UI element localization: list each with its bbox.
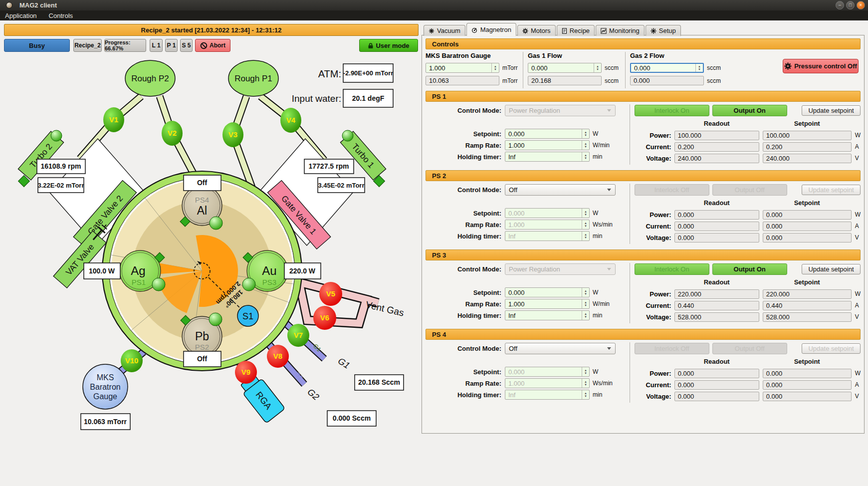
tab-vacuum[interactable]: Vacuum <box>424 25 465 36</box>
spinner-arrows-icon[interactable]: ▲▼ <box>582 220 589 229</box>
ramp-rate-input[interactable]: 1.000▲▼ <box>505 140 590 150</box>
voltage-readout: 0.000 <box>674 392 759 401</box>
control-mode-select[interactable]: Off <box>505 184 616 196</box>
power-setpoint: 0.000 <box>763 210 852 220</box>
recipe-icon <box>562 28 567 34</box>
holding-timer-unit: min <box>593 391 602 398</box>
spinner-arrows-icon[interactable]: ▲▼ <box>582 129 589 138</box>
gas2-setpoint-input[interactable]: 0.000▲▼ <box>630 63 704 73</box>
tab-monitoring-label: Monitoring <box>609 27 640 34</box>
abort-button[interactable]: Abort <box>195 39 230 52</box>
spinner-arrows-icon[interactable]: ▲▼ <box>582 299 589 308</box>
setpoint-input[interactable]: 0.000▲▼ <box>505 367 590 377</box>
holding-timer-input[interactable]: Inf▲▼ <box>505 310 590 320</box>
gas2-setpoint-value: 0.000 <box>631 64 695 72</box>
recipe-button[interactable]: Recipe_2 <box>73 39 102 52</box>
baratron-setpoint-input[interactable]: 1.000▲▼ <box>426 63 499 73</box>
spinner-arrows-icon[interactable]: ▲▼ <box>582 209 589 218</box>
tab-setup[interactable]: Setup <box>646 25 681 36</box>
gas1-setpoint-input[interactable]: 0.000▲▼ <box>528 63 602 73</box>
spinner-arrows-icon[interactable]: ▲▼ <box>594 63 601 72</box>
spinner-arrows-icon[interactable]: ▲▼ <box>582 379 589 388</box>
spinner-arrows-icon[interactable]: ▲▼ <box>582 141 589 150</box>
material-bottom-element: Pb <box>195 330 209 343</box>
gauges-row: MKS Baratron Gauge 1.000▲▼ mTorr 10.063 … <box>426 52 861 88</box>
output-button[interactable]: Output Off <box>712 343 787 354</box>
interlock-button[interactable]: Interlock Off <box>635 184 709 196</box>
spinner-arrows-icon[interactable]: ▲▼ <box>582 390 589 399</box>
power-setpoint: 100.000 <box>763 131 852 140</box>
menu-controls[interactable]: Controls <box>49 12 73 19</box>
update-setpoint-button[interactable]: Update setpoint <box>802 264 861 274</box>
ramp-rate-input[interactable]: 1.000▲▼ <box>505 378 590 388</box>
material-left-ag[interactable]: Ag PS1 <box>120 250 165 291</box>
menu-application[interactable]: Application <box>5 12 37 19</box>
control-mode-select[interactable]: Power Regulation <box>505 105 616 116</box>
baratron-gauge[interactable]: MKS Baratron Gauge <box>83 364 128 409</box>
control-mode-select[interactable]: Power Regulation <box>505 263 616 275</box>
setpoint-input[interactable]: 0.000▲▼ <box>505 208 590 218</box>
spinner-arrows-icon[interactable]: ▲▼ <box>582 367 589 376</box>
output-button[interactable]: Output On <box>712 105 787 116</box>
spinner-arrows-icon[interactable]: ▲▼ <box>582 232 589 241</box>
setpoint-input[interactable]: 0.000▲▼ <box>505 287 590 297</box>
current-setpoint: 0.200 <box>763 142 852 152</box>
holding-timer-input[interactable]: Inf▲▼ <box>505 390 590 400</box>
ramp-rate-label: Ramp Rate: <box>426 221 505 229</box>
current-unit: A <box>855 381 859 388</box>
ramp-rate-value: 1.000 <box>505 300 582 308</box>
update-setpoint-button[interactable]: Update setpoint <box>802 185 861 195</box>
tab-magnetron-label: Magnetron <box>480 26 511 33</box>
output-button[interactable]: Output Off <box>712 184 787 196</box>
l1-indicator[interactable]: L 1 <box>150 39 163 52</box>
holding-timer-unit: min <box>593 233 602 240</box>
control-mode-value: Power Regulation <box>505 107 607 114</box>
interlock-button[interactable]: Interlock On <box>635 105 709 116</box>
holding-timer-input[interactable]: Inf▲▼ <box>505 152 590 162</box>
interlock-button[interactable]: Interlock Off <box>635 343 709 354</box>
spinner-arrows-icon[interactable]: ▲▼ <box>491 63 499 72</box>
voltage-setpoint: 0.000 <box>763 233 852 243</box>
user-mode-button[interactable]: User mode <box>359 39 418 52</box>
maximize-button[interactable]: □ <box>846 1 855 9</box>
material-bottom-pb[interactable]: Pb PS2 <box>181 313 222 356</box>
material-top-status: Off <box>197 179 208 187</box>
turbo1-rpm: 17727.5 rpm <box>309 162 349 170</box>
gauge-label: MKS Baratron Gauge <box>426 52 518 59</box>
tab-motors[interactable]: Motors <box>517 25 556 36</box>
close-button[interactable]: × <box>857 1 865 9</box>
input-water-label: Input water: <box>292 93 341 104</box>
update-setpoint-button[interactable]: Update setpoint <box>802 343 861 354</box>
minimize-button[interactable]: ‒ <box>836 1 844 9</box>
spinner-arrows-icon[interactable]: ▲▼ <box>582 152 589 161</box>
control-mode-label: Control Mode: <box>426 345 505 352</box>
tab-recipe[interactable]: Recipe <box>557 25 595 36</box>
holding-timer-input[interactable]: Inf▲▼ <box>505 231 590 241</box>
spinner-arrows-icon[interactable]: ▲▼ <box>582 311 589 320</box>
pressure-control-button[interactable]: Pressure control Off <box>783 59 859 73</box>
voltage-unit: V <box>855 393 859 400</box>
ramp-rate-unit: W/min <box>593 142 610 149</box>
ramp-rate-input[interactable]: 1.000▲▼ <box>505 220 590 230</box>
s5-indicator[interactable]: S 5 <box>180 39 193 52</box>
interlock-button[interactable]: Interlock On <box>635 263 709 275</box>
setpoint-value: 0.000 <box>505 368 582 376</box>
output-button[interactable]: Output On <box>712 263 787 275</box>
setpoint-input[interactable]: 0.000▲▼ <box>505 129 590 139</box>
control-mode-value: Off <box>505 345 607 352</box>
material-right-ps: PS3 <box>262 278 276 286</box>
baratron-setpoint-value: 1.000 <box>426 64 491 72</box>
gas1-unit: sccm <box>605 64 619 71</box>
spinner-arrows-icon[interactable]: ▲▼ <box>582 288 589 297</box>
tab-monitoring[interactable]: Monitoring <box>596 25 645 36</box>
p1-indicator[interactable]: P 1 <box>165 39 178 52</box>
update-setpoint-button[interactable]: Update setpoint <box>802 105 861 116</box>
spinner-arrows-icon[interactable]: ▲▼ <box>695 64 703 72</box>
current-readout: 0.440 <box>674 301 759 310</box>
tab-magnetron[interactable]: Magnetron <box>466 23 516 36</box>
recipe-banner: Recipe_2 started [21.03.2022 12:34] - 12… <box>4 24 419 36</box>
ramp-rate-input[interactable]: 1.000▲▼ <box>505 299 590 309</box>
control-mode-select[interactable]: Off <box>505 343 616 354</box>
busy-indicator[interactable]: Busy <box>4 39 70 52</box>
material-right-au[interactable]: Au PS3 <box>242 250 288 291</box>
